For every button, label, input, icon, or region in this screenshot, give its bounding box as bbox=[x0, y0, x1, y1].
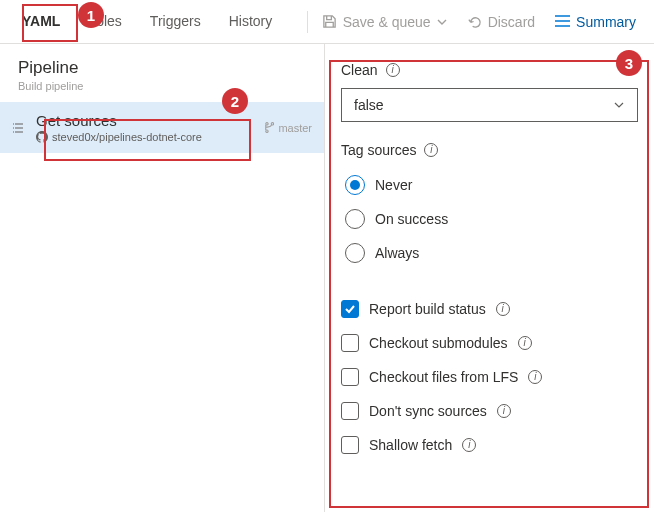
summary-label: Summary bbox=[576, 14, 636, 30]
info-icon[interactable]: i bbox=[528, 370, 542, 384]
radio-on-success[interactable]: On success bbox=[345, 202, 638, 236]
info-icon[interactable]: i bbox=[462, 438, 476, 452]
save-label: Save & queue bbox=[343, 14, 431, 30]
check-label: Checkout files from LFS bbox=[369, 369, 518, 385]
checkbox-indicator bbox=[341, 402, 359, 420]
tab-yaml[interactable]: YAML bbox=[8, 3, 74, 41]
radio-always[interactable]: Always bbox=[345, 236, 638, 270]
callout-2: 2 bbox=[222, 88, 248, 114]
info-icon[interactable]: i bbox=[518, 336, 532, 350]
check-label: Checkout submodules bbox=[369, 335, 508, 351]
chevron-down-icon bbox=[437, 17, 447, 27]
source-title: Get sources bbox=[36, 112, 253, 129]
radio-label: Never bbox=[375, 177, 412, 193]
clean-select[interactable]: false bbox=[341, 88, 638, 122]
tab-history[interactable]: History bbox=[215, 3, 287, 41]
chevron-down-icon bbox=[613, 99, 625, 111]
radio-never[interactable]: Never bbox=[345, 168, 638, 202]
check-label: Report build status bbox=[369, 301, 486, 317]
undo-icon bbox=[467, 14, 482, 29]
radio-indicator bbox=[345, 243, 365, 263]
get-sources-row[interactable]: Get sources steved0x/pipelines-dotnet-co… bbox=[0, 102, 324, 153]
save-icon bbox=[322, 14, 337, 29]
radio-label: Always bbox=[375, 245, 419, 261]
save-queue-button[interactable]: Save & queue bbox=[312, 8, 457, 36]
info-icon[interactable]: i bbox=[424, 143, 438, 157]
branch-icon bbox=[263, 121, 274, 134]
right-panel: Clean i false Tag sources i Never On suc… bbox=[325, 44, 654, 512]
left-panel: Pipeline Build pipeline Get sources stev… bbox=[0, 44, 325, 512]
list-icon bbox=[555, 15, 570, 28]
radio-indicator bbox=[345, 209, 365, 229]
checkbox-indicator bbox=[341, 436, 359, 454]
summary-button[interactable]: Summary bbox=[545, 8, 646, 36]
info-icon[interactable]: i bbox=[497, 404, 511, 418]
callout-3: 3 bbox=[616, 50, 642, 76]
check-nosync[interactable]: Don't sync sources i bbox=[341, 394, 638, 428]
github-icon bbox=[36, 131, 48, 143]
source-branch: master bbox=[278, 122, 312, 134]
check-label: Shallow fetch bbox=[369, 437, 452, 453]
clean-label: Clean bbox=[341, 62, 378, 78]
clean-value: false bbox=[354, 97, 384, 113]
pipeline-subtitle: Build pipeline bbox=[18, 80, 306, 92]
discard-label: Discard bbox=[488, 14, 535, 30]
discard-button[interactable]: Discard bbox=[457, 8, 545, 36]
check-shallow[interactable]: Shallow fetch i bbox=[341, 428, 638, 462]
pipeline-title: Pipeline bbox=[18, 58, 306, 78]
drag-handle-icon bbox=[12, 122, 26, 134]
tab-triggers[interactable]: Triggers bbox=[136, 3, 215, 41]
source-repo: steved0x/pipelines-dotnet-core bbox=[52, 131, 202, 143]
tag-sources-label: Tag sources bbox=[341, 142, 416, 158]
info-icon[interactable]: i bbox=[496, 302, 510, 316]
radio-label: On success bbox=[375, 211, 448, 227]
radio-indicator bbox=[345, 175, 365, 195]
checkbox-indicator bbox=[341, 334, 359, 352]
info-icon[interactable]: i bbox=[386, 63, 400, 77]
check-report-status[interactable]: Report build status i bbox=[341, 292, 638, 326]
check-submodules[interactable]: Checkout submodules i bbox=[341, 326, 638, 360]
callout-1: 1 bbox=[78, 2, 104, 28]
checkbox-indicator bbox=[341, 300, 359, 318]
check-label: Don't sync sources bbox=[369, 403, 487, 419]
check-lfs[interactable]: Checkout files from LFS i bbox=[341, 360, 638, 394]
checkbox-indicator bbox=[341, 368, 359, 386]
